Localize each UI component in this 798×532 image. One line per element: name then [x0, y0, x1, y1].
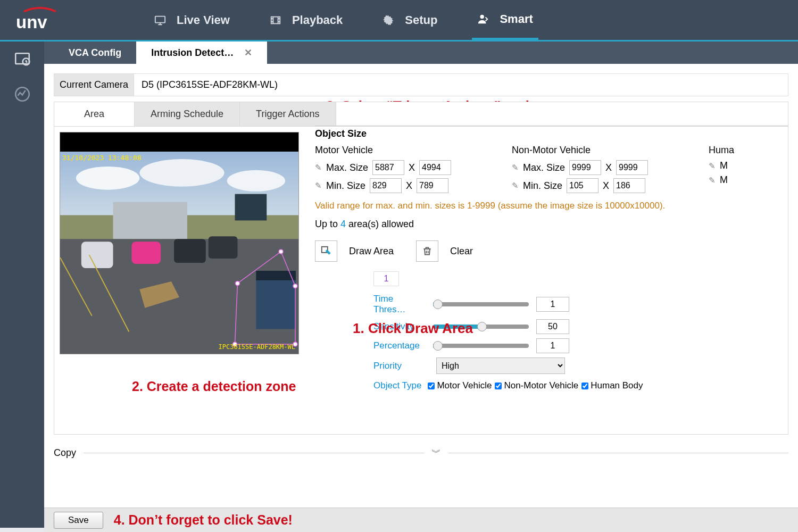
pencil-icon[interactable]: ✎	[709, 161, 716, 171]
monitor-icon	[154, 14, 166, 26]
chk-motor[interactable]: Motor Vehicle	[428, 380, 492, 391]
nav-label: Playback	[292, 13, 343, 27]
annotation-step-2: 2. Create a detection zone	[132, 379, 296, 394]
brand-logo: unv	[0, 7, 149, 34]
divider	[448, 453, 788, 453]
video-preview[interactable]: 31/10/2023 13:48:08 IPC3615SE-ADF28KM-WL	[60, 132, 299, 354]
tab-intrusion-detect[interactable]: Intrusion Detect… ✕	[136, 41, 267, 64]
pencil-icon[interactable]: ✎	[512, 181, 519, 190]
nav-smart[interactable]: Smart	[472, 1, 538, 40]
col-title: Non-Motor Vehicle	[512, 145, 687, 156]
video-camera-name: IPC3615SE-ADF28KM-WL	[219, 343, 296, 351]
percentage-value[interactable]	[536, 338, 569, 353]
video-timestamp: 31/10/2023 13:48:08	[62, 154, 142, 162]
human-size: Huma ✎M ✎M	[709, 145, 741, 196]
svg-point-31	[293, 284, 297, 288]
copy-label: Copy	[54, 447, 76, 459]
draw-area-label: Draw Area	[349, 246, 394, 257]
divider	[84, 453, 423, 453]
person-icon	[477, 13, 489, 25]
min-size-label: Min. Size	[326, 180, 365, 192]
nav-label: Live View	[177, 13, 230, 27]
nav-label: Setup	[405, 13, 437, 27]
left-sidebar	[0, 41, 44, 528]
subtab-area[interactable]: Area	[54, 102, 135, 126]
pencil-icon[interactable]: ✎	[709, 176, 716, 185]
nav-label: Smart	[500, 12, 533, 26]
col-title: Motor Vehicle	[315, 145, 491, 156]
motor-max-h[interactable]	[419, 160, 451, 175]
time-threshold-value[interactable]	[536, 297, 569, 312]
analytics-icon[interactable]	[13, 85, 31, 103]
svg-rect-1	[155, 16, 165, 22]
subtab-trigger-actions[interactable]: Trigger Actions	[240, 102, 336, 126]
tab-label: VCA Config	[69, 47, 121, 59]
camera-selector[interactable]: Current Camera D5 (IPC3615SE-ADF28KM-WL)	[54, 73, 788, 96]
top-nav: unv Live View Playback Setup Smart	[0, 0, 798, 41]
nonmotor-min-h[interactable]	[613, 178, 645, 193]
svg-point-4	[480, 14, 484, 18]
page-body: Current Camera D5 (IPC3615SE-ADF28KM-WL)…	[44, 64, 798, 528]
bottom-bar: Save 4. Don’t forget to click Save!	[44, 508, 798, 532]
percentage-row: Percentage	[373, 338, 788, 353]
motor-min-h[interactable]	[417, 178, 448, 193]
svg-line-29	[237, 252, 281, 284]
clear-label: Clear	[450, 246, 473, 257]
vca-config-icon[interactable]	[13, 51, 31, 69]
svg-line-25	[281, 252, 295, 286]
tab-strip: VCA Config Intrusion Detect… ✕	[44, 41, 798, 64]
camera-label: Current Camera	[54, 73, 134, 96]
pencil-icon[interactable]: ✎	[315, 163, 322, 172]
priority-select[interactable]: High	[436, 358, 565, 374]
motor-max-w[interactable]	[372, 160, 404, 175]
nav-setup[interactable]: Setup	[377, 2, 443, 39]
clear-button[interactable]	[416, 240, 438, 262]
chevron-down-icon[interactable]: ︾	[431, 446, 441, 459]
svg-line-28	[235, 284, 237, 344]
object-type-row: Object Type Motor Vehicle Non-Motor Vehi…	[373, 380, 788, 391]
time-threshold-row: Time Thres…	[373, 294, 788, 315]
chk-nonmotor[interactable]: Non-Motor Vehicle	[495, 380, 578, 391]
motor-min-w[interactable]	[370, 178, 402, 193]
settings-pane: Object Size Motor Vehicle ✎Max. SizeX ✎M…	[315, 126, 788, 391]
nonmotor-max-h[interactable]	[616, 160, 648, 175]
film-icon	[270, 14, 281, 26]
nav-playback[interactable]: Playback	[264, 2, 348, 39]
svg-text:unv: unv	[16, 12, 47, 32]
svg-point-30	[279, 250, 283, 254]
sensitivity-value[interactable]	[536, 319, 569, 334]
tab-label: Intrusion Detect…	[151, 47, 234, 59]
nonmotor-min-w[interactable]	[567, 178, 598, 193]
annotation-step-4: 4. Don’t forget to click Save!	[114, 512, 293, 528]
nonmotor-max-w[interactable]	[569, 160, 601, 175]
col-title: Huma	[709, 145, 741, 156]
save-button[interactable]: Save	[54, 512, 103, 529]
svg-point-34	[235, 281, 239, 286]
motor-vehicle-size: Motor Vehicle ✎Max. SizeX ✎Min. SizeX	[315, 145, 491, 196]
size-hint: Valid range for max. and min. sizes is 1…	[315, 201, 788, 211]
percentage-slider[interactable]	[433, 344, 529, 348]
object-size-title: Object Size	[315, 126, 788, 139]
subtab-arming-schedule[interactable]: Arming Schedule	[135, 102, 240, 126]
annotation-step-1: 1. Click Draw Area	[353, 320, 473, 337]
priority-row: Priority High	[373, 358, 788, 374]
max-size-label: Max. Size	[326, 162, 368, 173]
pencil-icon[interactable]: ✎	[512, 163, 519, 172]
tab-vca-config[interactable]: VCA Config	[54, 41, 136, 64]
area-tab-1[interactable]: 1	[373, 271, 399, 286]
gear-icon	[383, 14, 394, 26]
svg-rect-2	[271, 16, 280, 23]
close-icon[interactable]: ✕	[244, 47, 252, 59]
chk-human[interactable]: Human Body	[581, 380, 643, 391]
nonmotor-vehicle-size: Non-Motor Vehicle ✎Max. SizeX ✎Min. Size…	[512, 145, 687, 196]
copy-row[interactable]: Copy ︾	[54, 446, 788, 459]
areas-allowed: Up to 4 area(s) allowed	[315, 219, 788, 230]
draw-area-button[interactable]	[315, 240, 337, 262]
time-threshold-slider[interactable]	[433, 302, 529, 306]
camera-value: D5 (IPC3615SE-ADF28KM-WL)	[134, 73, 788, 96]
nav-live-view[interactable]: Live View	[149, 2, 235, 39]
pencil-icon[interactable]: ✎	[315, 181, 322, 190]
